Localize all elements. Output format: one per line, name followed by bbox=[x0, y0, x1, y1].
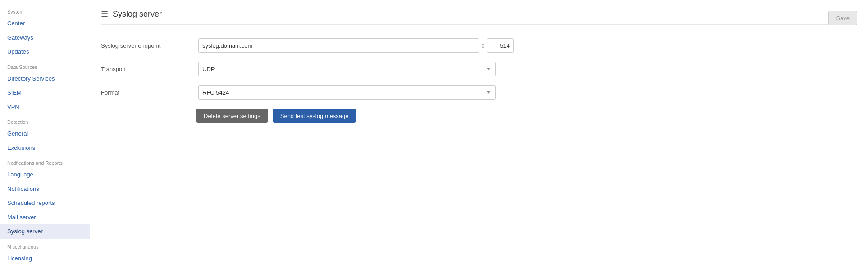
send-test-button[interactable]: Send test syslog message bbox=[273, 109, 356, 123]
sidebar-section-system: System bbox=[0, 4, 90, 16]
sidebar-item-exclusions[interactable]: Exclusions bbox=[0, 141, 90, 155]
endpoint-input[interactable] bbox=[198, 38, 479, 53]
sidebar-item-notifications[interactable]: Notifications bbox=[0, 182, 90, 196]
sidebar: SystemCenterGatewaysUpdatesData SourcesD… bbox=[0, 0, 90, 267]
sidebar-item-vpn[interactable]: VPN bbox=[0, 100, 90, 114]
sidebar-item-directory-services[interactable]: Directory Services bbox=[0, 72, 90, 86]
format-row: Format RFC 5424RFC 3164 bbox=[101, 85, 857, 100]
delete-button[interactable]: Delete server settings bbox=[196, 109, 268, 123]
action-row: Delete server settings Send test syslog … bbox=[101, 109, 857, 123]
main-content: ☰ Syslog server Syslog server endpoint :… bbox=[90, 0, 868, 267]
form-section: Syslog server endpoint : Transport UDPTC… bbox=[101, 34, 857, 127]
transport-label: Transport bbox=[101, 66, 191, 72]
syslog-icon: ☰ bbox=[101, 9, 108, 19]
sidebar-item-licensing[interactable]: Licensing bbox=[0, 251, 90, 266]
sidebar-item-language[interactable]: Language bbox=[0, 167, 90, 182]
sidebar-item-general[interactable]: General bbox=[0, 127, 90, 141]
sidebar-item-syslog-server[interactable]: Syslog server bbox=[0, 224, 90, 239]
transport-select[interactable]: UDPTCP bbox=[198, 62, 496, 76]
sidebar-item-scheduled-reports[interactable]: Scheduled reports bbox=[0, 196, 90, 210]
sidebar-item-siem[interactable]: SIEM bbox=[0, 86, 90, 100]
sidebar-section-detection: Detection bbox=[0, 114, 90, 127]
sidebar-item-updates[interactable]: Updates bbox=[0, 45, 90, 59]
sidebar-item-mail-server[interactable]: Mail server bbox=[0, 210, 90, 225]
port-separator: : bbox=[482, 41, 484, 50]
port-input[interactable] bbox=[487, 38, 514, 53]
sidebar-section-data-sources: Data Sources bbox=[0, 59, 90, 72]
format-label: Format bbox=[101, 89, 191, 96]
endpoint-row: Syslog server endpoint : bbox=[101, 38, 857, 53]
endpoint-input-group: : bbox=[198, 38, 514, 53]
format-select[interactable]: RFC 5424RFC 3164 bbox=[198, 85, 496, 100]
sidebar-section-notifications-and-reports: Notifications and Reports bbox=[0, 155, 90, 167]
sidebar-item-center[interactable]: Center bbox=[0, 16, 90, 31]
page-title: Syslog server bbox=[113, 9, 162, 19]
sidebar-item-gateways[interactable]: Gateways bbox=[0, 31, 90, 45]
transport-row: Transport UDPTCP bbox=[101, 62, 857, 76]
page-title-row: ☰ Syslog server bbox=[101, 9, 857, 25]
content-panel: ☰ Syslog server Syslog server endpoint :… bbox=[90, 0, 868, 267]
sidebar-section-miscellaneous: Miscellaneous bbox=[0, 239, 90, 251]
save-button[interactable]: Save bbox=[828, 11, 857, 25]
endpoint-label: Syslog server endpoint bbox=[101, 42, 191, 49]
